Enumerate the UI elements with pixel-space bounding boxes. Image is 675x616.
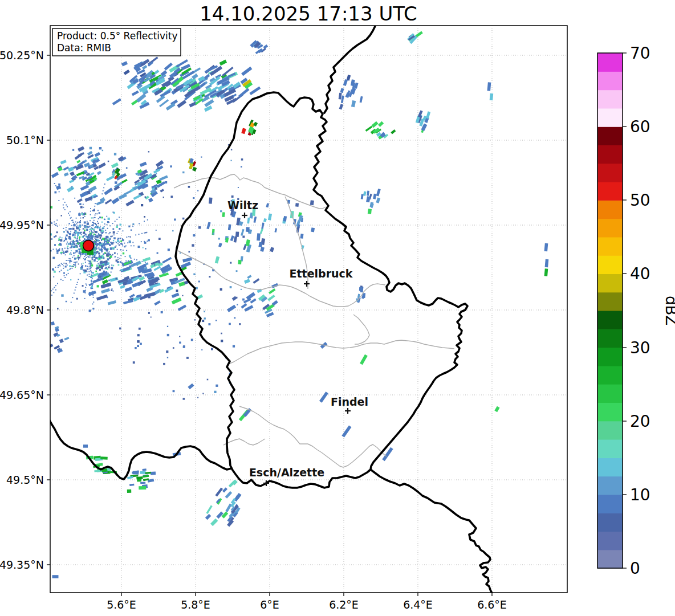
svg-text:49.65°N: 49.65°N [0,389,44,401]
info-box: Product: 0.5° Reflectivity Data: RMIB [52,28,181,56]
plot-area [27,26,567,593]
svg-text:6.6°E: 6.6°E [477,598,507,611]
svg-text:6°E: 6°E [260,598,279,611]
map-layers: Wiltz Ettelbruck Findel Esch/Alzette 5.6… [0,26,650,611]
plot-title: 14.10.2025 17:13 UTC [200,2,417,25]
svg-text:40: 40 [630,264,650,283]
radar-figure: Wiltz Ettelbruck Findel Esch/Alzette 5.6… [0,0,675,616]
svg-text:Ettelbruck: Ettelbruck [290,267,353,280]
svg-text:50: 50 [630,191,650,210]
svg-text:30: 30 [630,338,650,357]
svg-text:5.8°E: 5.8°E [181,598,210,611]
info-data-line: Data: RMIB [57,42,111,54]
plot-frame [50,26,567,593]
radar-echoes [27,31,548,578]
svg-text:Wiltz: Wiltz [227,199,258,211]
svg-text:70: 70 [630,44,650,63]
radar-site-marker [83,240,94,251]
svg-text:Findel: Findel [331,395,368,408]
svg-text:49.35°N: 49.35°N [0,558,44,571]
svg-text:10: 10 [630,486,650,504]
svg-text:6.2°E: 6.2°E [329,598,359,611]
colorbar: 706050403020100 [597,44,650,578]
svg-text:0: 0 [630,559,640,578]
info-product-line: Product: 0.5° Reflectivity [57,30,178,42]
colorbar-unit-label: dBZ [662,296,675,325]
svg-text:60: 60 [630,117,650,136]
city-marker: Ettelbruck [290,267,353,287]
svg-text:5.6°E: 5.6°E [107,598,136,611]
city-marker: Findel [331,395,368,414]
gridlines [50,26,567,593]
svg-text:Esch/Alzette: Esch/Alzette [249,466,324,479]
radar-map-svg: Wiltz Ettelbruck Findel Esch/Alzette 5.6… [0,0,675,616]
svg-text:50.1°N: 50.1°N [6,134,44,146]
svg-text:49.95°N: 49.95°N [0,219,44,231]
svg-text:49.8°N: 49.8°N [6,304,44,316]
svg-text:20: 20 [630,412,650,431]
svg-text:50.25°N: 50.25°N [0,49,44,62]
svg-text:49.5°N: 49.5°N [6,474,44,486]
svg-text:6.4°E: 6.4°E [403,598,433,611]
